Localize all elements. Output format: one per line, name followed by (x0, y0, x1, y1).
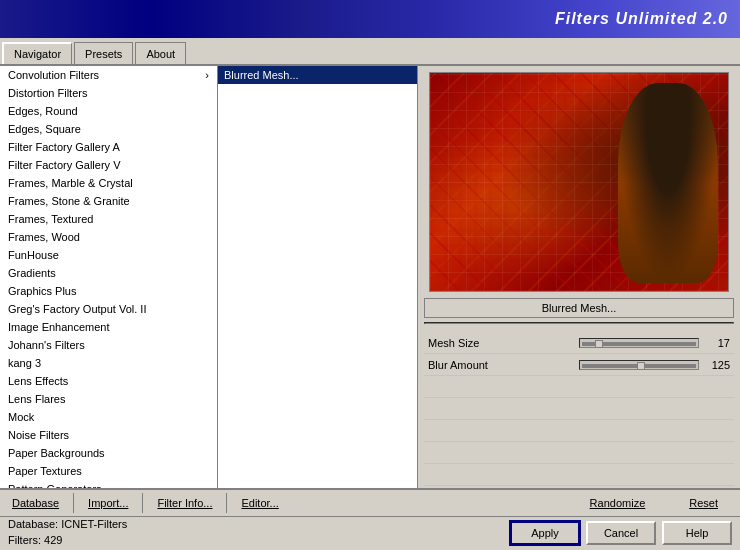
app-title: Filters Unlimited 2.0 (555, 10, 728, 28)
tab-navigator[interactable]: Navigator (2, 42, 72, 64)
filter-item-funhouse[interactable]: FunHouse (0, 246, 217, 264)
param-label-mesh-size: Mesh Size (424, 337, 579, 349)
filter-item-gradients[interactable]: Gradients (0, 264, 217, 282)
tab-presets[interactable]: Presets (74, 42, 133, 64)
filter-item-lens-effects[interactable]: Lens Effects (0, 372, 217, 390)
status-filters-count: 429 (44, 534, 62, 546)
filter-name-display: Blurred Mesh... (424, 298, 734, 318)
tab-about[interactable]: About (135, 42, 186, 64)
cancel-button[interactable]: Cancel (586, 521, 656, 545)
empty-param-2 (424, 398, 734, 420)
sub-filter-item-blurred-mesh[interactable]: Blurred Mesh... (218, 66, 417, 84)
tab-bar: Navigator Presets About (0, 38, 740, 66)
status-filters-label: Filters: (8, 534, 41, 546)
title-bar: Filters Unlimited 2.0 (0, 0, 740, 38)
action-buttons: Apply Cancel Help (510, 521, 740, 545)
param-label-blur-amount: Blur Amount (424, 359, 579, 371)
progress-bar (424, 322, 734, 324)
filter-item-frames-stone[interactable]: Frames, Stone & Granite (0, 192, 217, 210)
param-row-blur-amount: Blur Amount 125 (424, 354, 734, 376)
param-row-mesh-size: Mesh Size 17 (424, 332, 734, 354)
filter-item-paper-backgrounds[interactable]: Paper Backgrounds (0, 444, 217, 462)
import-button[interactable]: Import... (76, 495, 140, 511)
right-panel: Blurred Mesh... Mesh Size 17 Blur Amount (418, 66, 740, 488)
filter-category-list[interactable]: Convolution Filters › Distortion Filters… (0, 66, 217, 488)
preview-image (429, 72, 729, 292)
filter-item-graphics-plus[interactable]: Graphics Plus (0, 282, 217, 300)
filter-item-frames-marble[interactable]: Frames, Marble & Crystal (0, 174, 217, 192)
help-button[interactable]: Help (662, 521, 732, 545)
filter-item-factory-a[interactable]: Filter Factory Gallery A (0, 138, 217, 156)
bottom-toolbar: Database Import... Filter Info... Editor… (0, 488, 740, 516)
slider-thumb-mesh-size[interactable] (595, 340, 603, 348)
filter-item-lens-flares[interactable]: Lens Flares (0, 390, 217, 408)
status-database-line: Database: ICNET-Filters (8, 517, 510, 532)
filter-item-convolution[interactable]: Convolution Filters › (0, 66, 217, 84)
filter-item-paper-textures[interactable]: Paper Textures (0, 462, 217, 480)
preview-figure (618, 83, 718, 283)
filter-item-edges-square[interactable]: Edges, Square (0, 120, 217, 138)
filter-item-mock[interactable]: Mock (0, 408, 217, 426)
status-info: Database: ICNET-Filters Filters: 429 (8, 517, 510, 548)
empty-param-5 (424, 464, 734, 486)
filter-item-johanns-filters[interactable]: Johann's Filters (0, 336, 217, 354)
param-value-blur-amount: 125 (699, 359, 734, 371)
param-value-mesh-size: 17 (699, 337, 734, 349)
separator-1 (73, 493, 74, 513)
param-slider-blur-amount[interactable] (579, 360, 699, 370)
filter-item-frames-wood[interactable]: Frames, Wood (0, 228, 217, 246)
params-area: Mesh Size 17 Blur Amount 125 (424, 332, 734, 486)
sub-filter-panel: Blurred Mesh... (218, 66, 418, 488)
status-database-label: Database: (8, 518, 58, 530)
filter-item-kang3[interactable]: kang 3 (0, 354, 217, 372)
param-slider-mesh-size[interactable] (579, 338, 699, 348)
randomize-button[interactable]: Randomize (578, 495, 658, 511)
expand-arrow: › (205, 69, 209, 81)
status-filters-line: Filters: 429 (8, 533, 510, 548)
database-button[interactable]: Database (0, 495, 71, 511)
filter-item-edges-round[interactable]: Edges, Round (0, 102, 217, 120)
filter-item-frames-textured[interactable]: Frames, Textured (0, 210, 217, 228)
slider-thumb-blur-amount[interactable] (637, 362, 645, 370)
empty-param-3 (424, 420, 734, 442)
empty-param-1 (424, 376, 734, 398)
filter-item-image-enhancement[interactable]: Image Enhancement (0, 318, 217, 336)
reset-button[interactable]: Reset (677, 495, 730, 511)
filter-item-pattern-generators[interactable]: Pattern Generators (0, 480, 217, 488)
filter-item-noise-filters[interactable]: Noise Filters (0, 426, 217, 444)
empty-param-4 (424, 442, 734, 464)
filter-item-gregs-factory[interactable]: Greg's Factory Output Vol. II (0, 300, 217, 318)
apply-button[interactable]: Apply (510, 521, 580, 545)
editor-button[interactable]: Editor... (229, 495, 290, 511)
main-content: Convolution Filters › Distortion Filters… (0, 66, 740, 488)
separator-2 (142, 493, 143, 513)
separator-3 (226, 493, 227, 513)
status-database-value: ICNET-Filters (61, 518, 127, 530)
toolbar-right: Randomize Reset (578, 495, 730, 511)
filter-item-factory-v[interactable]: Filter Factory Gallery V (0, 156, 217, 174)
filter-item-distortion[interactable]: Distortion Filters (0, 84, 217, 102)
filter-info-button[interactable]: Filter Info... (145, 495, 224, 511)
filter-category-panel: Convolution Filters › Distortion Filters… (0, 66, 218, 488)
status-bar: Database: ICNET-Filters Filters: 429 App… (0, 516, 740, 548)
